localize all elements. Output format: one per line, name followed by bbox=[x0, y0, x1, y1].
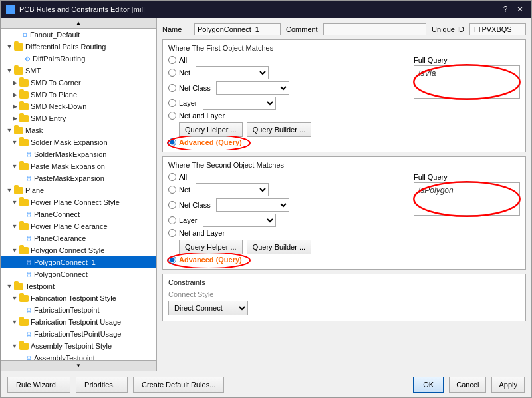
tree-item-fab-testpoint-usage-item[interactable]: ⚙ FabricationTestPointUsage bbox=[1, 328, 156, 340]
first-object-left: All Net Net Class bbox=[168, 56, 408, 146]
folder-icon bbox=[19, 115, 29, 122]
unique-id-input[interactable] bbox=[469, 23, 526, 35]
radio-second-all[interactable] bbox=[168, 173, 176, 181]
tree-item-solder-mask-item[interactable]: ⚙ SolderMaskExpansion bbox=[1, 148, 156, 160]
ok-button[interactable]: OK bbox=[413, 377, 444, 393]
expand-icon-mask: ▼ bbox=[5, 126, 14, 135]
expand-icon-testpoint: ▼ bbox=[5, 282, 14, 291]
connect-style-label: Connect Style bbox=[168, 290, 520, 298]
tree-item-plane-clearance[interactable]: ⚙ PlaneClearance bbox=[1, 232, 156, 244]
first-radio-netlayer: Net and Layer bbox=[168, 112, 408, 120]
folder-icon bbox=[19, 223, 29, 230]
help-button[interactable]: ? bbox=[499, 3, 511, 15]
radio-first-netlayer[interactable] bbox=[168, 112, 176, 120]
radio-first-layer[interactable] bbox=[168, 99, 176, 107]
tree-scroll-up[interactable]: ▲ bbox=[1, 18, 156, 29]
tree-item-diff-routing[interactable]: ⚙ DiffPairsRouting bbox=[1, 53, 156, 65]
tree-item-diff-pairs[interactable]: ▼ Differential Pairs Routing bbox=[1, 41, 156, 53]
tree-item-solder-mask[interactable]: ▼ Solder Mask Expansion bbox=[1, 136, 156, 148]
tree-item-ppc[interactable]: ▼ Power Plane Connect Style bbox=[1, 196, 156, 208]
radio-second-netclass[interactable] bbox=[168, 201, 176, 209]
first-radio-group: All Net Net Class bbox=[168, 56, 408, 120]
tree-item-plane[interactable]: ▼ Plane bbox=[1, 184, 156, 196]
tree-item-fab-testpoint-usage[interactable]: ▼ Fabrication Testpoint Usage bbox=[1, 316, 156, 328]
first-advanced-row: Advanced (Query) bbox=[168, 138, 408, 146]
second-net-combo[interactable] bbox=[196, 183, 269, 196]
tree-item-polygon-connect-1[interactable]: ⚙ PolygonConnect_1 bbox=[1, 256, 156, 268]
comment-input[interactable] bbox=[323, 23, 426, 35]
first-query-helper-btn[interactable]: Query Helper ... bbox=[179, 122, 243, 137]
tree-item-polygon-connect[interactable]: ⚙ PolygonConnect bbox=[1, 268, 156, 280]
tree-item-power-plane-clearance[interactable]: ▼ Power Plane Clearance bbox=[1, 220, 156, 232]
radio-second-net[interactable] bbox=[168, 186, 176, 194]
unique-id-label: Unique ID bbox=[432, 25, 464, 33]
second-object-left: All Net Net Class bbox=[168, 173, 408, 264]
main-window: PCB Rules and Constraints Editor [mil] ?… bbox=[0, 0, 532, 398]
tree-item-plane-connect[interactable]: ⚙ PlaneConnect bbox=[1, 208, 156, 220]
second-layer-combo[interactable] bbox=[203, 214, 276, 227]
connect-style-select[interactable]: Direct Connect Relief Connect No Connect bbox=[168, 301, 248, 315]
create-default-rules-button[interactable]: Create Default Rules... bbox=[133, 377, 224, 393]
second-query-builder-btn[interactable]: Query Builder ... bbox=[247, 240, 311, 254]
first-radio-netclass: Net Class bbox=[168, 81, 408, 95]
radio-second-netlayer[interactable] bbox=[168, 229, 176, 237]
window-title: PCB Rules and Constraints Editor [mil] bbox=[19, 5, 145, 13]
rule-wizard-button[interactable]: Rule Wizard... bbox=[7, 377, 70, 393]
constraints-title: Constraints bbox=[168, 278, 520, 286]
title-bar-buttons: ? ✕ bbox=[499, 3, 526, 15]
tree-item-fab-testpoint[interactable]: ▼ Fabrication Testpoint Style bbox=[1, 292, 156, 304]
second-radio-group: All Net Net Class bbox=[168, 173, 408, 237]
expand-icon-diff: ▼ bbox=[5, 42, 14, 51]
tree-item-smd-neckdown[interactable]: ▶ SMD Neck-Down bbox=[1, 100, 156, 112]
expand-icon: ▼ bbox=[10, 198, 19, 207]
tree-item-smt[interactable]: ▼ SMT bbox=[1, 65, 156, 77]
second-query-helper-btn[interactable]: Query Helper ... bbox=[179, 240, 243, 254]
tree-item-mask[interactable]: ▼ Mask bbox=[1, 124, 156, 136]
tree-item-polygon-connect-style[interactable]: ▼ Polygon Connect Style bbox=[1, 244, 156, 256]
expand-icon bbox=[13, 30, 22, 39]
rule-icon: ⚙ bbox=[26, 307, 32, 314]
tree-item-paste-mask[interactable]: ▼ Paste Mask Expansion bbox=[1, 160, 156, 172]
radio-second-layer[interactable] bbox=[168, 216, 176, 224]
expand-icon bbox=[17, 210, 26, 219]
tree-item-paste-mask-item[interactable]: ⚙ PasteMaskExpansion bbox=[1, 172, 156, 184]
rule-icon: ⚙ bbox=[26, 151, 32, 158]
first-net-combo[interactable] bbox=[196, 66, 269, 79]
right-panel: Name Comment Unique ID Where The First O… bbox=[157, 18, 531, 371]
folder-icon bbox=[19, 247, 29, 254]
folder-icon bbox=[19, 319, 29, 326]
first-advanced-oval bbox=[166, 136, 252, 150]
first-query-builder-btn[interactable]: Query Builder ... bbox=[247, 122, 311, 137]
expand-icon-plane: ▼ bbox=[5, 186, 14, 195]
folder-icon bbox=[19, 163, 29, 170]
radio-first-net[interactable] bbox=[168, 69, 176, 77]
tree-item-smd-plane[interactable]: ▶ SMD To Plane bbox=[1, 89, 156, 100]
tree-item-smd-entry[interactable]: ▶ SMD Entry bbox=[1, 112, 156, 124]
expand-icon: ▼ bbox=[10, 317, 19, 327]
tree-item-fanout[interactable]: ⚙ Fanout_Default bbox=[1, 29, 156, 41]
expand-icon bbox=[17, 305, 26, 315]
tree-item-fab-testpoint-item[interactable]: ⚙ FabricationTestpoint bbox=[1, 304, 156, 316]
expand-icon: ▼ bbox=[10, 341, 19, 351]
tree-scroll-down[interactable]: ▼ bbox=[1, 360, 156, 371]
radio-first-netclass[interactable] bbox=[168, 84, 176, 92]
tree-item-assembly-testpoint[interactable]: ▼ Assembly Testpoint Style bbox=[1, 340, 156, 352]
second-netclass-combo[interactable] bbox=[216, 198, 289, 212]
folder-icon bbox=[14, 43, 23, 51]
first-netclass-combo[interactable] bbox=[216, 81, 289, 95]
folder-icon bbox=[19, 139, 29, 146]
priorities-button[interactable]: Priorities... bbox=[76, 377, 128, 393]
name-input[interactable] bbox=[194, 23, 281, 35]
folder-icon bbox=[19, 295, 29, 302]
second-object-section: Where The Second Object Matches All Net bbox=[162, 156, 526, 270]
rule-icon: ⚙ bbox=[26, 235, 32, 242]
tree-item-testpoint[interactable]: ▼ Testpoint bbox=[1, 280, 156, 292]
apply-button[interactable]: Apply bbox=[491, 377, 525, 393]
rule-icon: ⚙ bbox=[22, 31, 28, 39]
close-button[interactable]: ✕ bbox=[514, 3, 526, 15]
cancel-button[interactable]: Cancel bbox=[449, 377, 486, 393]
comment-label: Comment bbox=[286, 25, 318, 33]
first-layer-combo[interactable] bbox=[203, 97, 276, 110]
radio-first-all[interactable] bbox=[168, 56, 176, 64]
tree-item-smd-corner[interactable]: ▶ SMD To Corner bbox=[1, 77, 156, 89]
